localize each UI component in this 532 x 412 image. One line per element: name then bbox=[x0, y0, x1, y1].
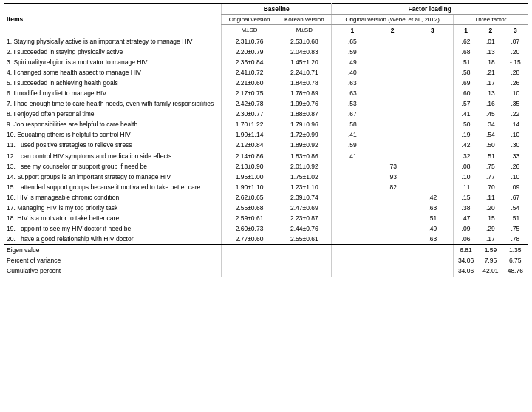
f2-value bbox=[372, 120, 412, 130]
tf2-value: .50 bbox=[478, 141, 502, 151]
three-factor-header: Three factor bbox=[453, 15, 528, 25]
tf2-value: .70 bbox=[478, 182, 502, 192]
f3-value bbox=[412, 120, 453, 130]
tf3-value: .20 bbox=[503, 47, 528, 58]
tf2-value: .01 bbox=[478, 36, 502, 47]
tf3-value: .10 bbox=[503, 130, 528, 141]
kor-value: 1.83±0.86 bbox=[277, 151, 332, 161]
tf2-value: .75 bbox=[478, 161, 502, 172]
tf1-value: .38 bbox=[453, 203, 478, 213]
orig-value: 2.17±0.75 bbox=[221, 89, 277, 99]
orig-value: 2.41±0.72 bbox=[221, 68, 277, 78]
f1-value bbox=[332, 182, 372, 192]
kor-value: 1.84±0.78 bbox=[277, 78, 332, 89]
f2-value: .82 bbox=[372, 182, 412, 192]
footer-tf1: 6.81 bbox=[453, 245, 478, 256]
f1-value: .41 bbox=[332, 151, 372, 161]
item-text: 5. I succeeded in achieving health goals bbox=[4, 78, 221, 89]
f3-value bbox=[412, 172, 453, 182]
tf2-value: .11 bbox=[478, 192, 502, 203]
f1-header: 1 bbox=[332, 25, 372, 36]
f3-value bbox=[412, 151, 453, 161]
tf1-value: .68 bbox=[453, 47, 478, 58]
f2-value bbox=[372, 213, 412, 223]
table-row: 20. I have a good relationship with HIV … bbox=[4, 234, 528, 245]
table-row: 15. I attended support groups because it… bbox=[4, 182, 528, 192]
footer-row: Eigen value 6.81 1.59 1.35 bbox=[4, 245, 528, 256]
tf1-value: .06 bbox=[453, 234, 478, 245]
f3-header: 3 bbox=[412, 25, 453, 36]
tf1-value: .42 bbox=[453, 141, 478, 151]
f1-value: .40 bbox=[332, 68, 372, 78]
tf1-value: .51 bbox=[453, 58, 478, 68]
footer-f3 bbox=[412, 245, 453, 256]
f1-value bbox=[332, 203, 372, 213]
orig-value: 2.30±0.77 bbox=[221, 109, 277, 120]
f1-value: .49 bbox=[332, 58, 372, 68]
item-text: 18. HIV is a motivator to take better ca… bbox=[4, 213, 221, 223]
item-text: 4. I changed some health aspect to manag… bbox=[4, 68, 221, 78]
orig-value: 2.13±0.90 bbox=[221, 161, 277, 172]
tf2-value: .15 bbox=[478, 213, 502, 223]
orig-value: 2.31±0.76 bbox=[221, 36, 277, 47]
orig-value: 2.59±0.61 bbox=[221, 213, 277, 223]
f1-value: .65 bbox=[332, 36, 372, 47]
tf3-value: .30 bbox=[503, 141, 528, 151]
f2-value bbox=[372, 141, 412, 151]
item-text: 8. I enjoyed often personal time bbox=[4, 109, 221, 120]
main-container: Items Baseline Factor loading Original v… bbox=[0, 0, 532, 280]
tf3-value: .75 bbox=[503, 223, 528, 234]
f3-value: .63 bbox=[412, 203, 453, 213]
f1-value: .58 bbox=[332, 120, 372, 130]
f2-value: .93 bbox=[372, 172, 412, 182]
table-row: 9. Job responsibilities are helpful to c… bbox=[4, 120, 528, 130]
table-row: 3. Spirituality/religion is a motivator … bbox=[4, 58, 528, 68]
tf1-header: 1 bbox=[453, 25, 478, 36]
f2-value bbox=[372, 68, 412, 78]
kor-value: 1.99±0.76 bbox=[277, 99, 332, 109]
item-text: 12. I can control HIV symptoms and medic… bbox=[4, 151, 221, 161]
f2-value bbox=[372, 109, 412, 120]
table-row: 18. HIV is a motivator to take better ca… bbox=[4, 213, 528, 223]
tf1-value: .62 bbox=[453, 36, 478, 47]
tf2-value: .29 bbox=[478, 223, 502, 234]
table-row: 17. Managing HIV is my top priority task… bbox=[4, 203, 528, 213]
original-webel-header: Original version (Webel et al., 2012) bbox=[332, 15, 453, 25]
footer-f2 bbox=[372, 245, 412, 256]
orig-value: 2.42±0.78 bbox=[221, 99, 277, 109]
tf1-value: .47 bbox=[453, 213, 478, 223]
item-text: 17. Managing HIV is my top priority task bbox=[4, 203, 221, 213]
header-row-1: Items Baseline Factor loading bbox=[4, 4, 528, 15]
footer-label: Cumulative percent bbox=[4, 266, 221, 277]
kor-value: 1.88±0.87 bbox=[277, 109, 332, 120]
table-row: 14. Support groups is an important strat… bbox=[4, 172, 528, 182]
tf3-value: .35 bbox=[503, 99, 528, 109]
tf1-value: .11 bbox=[453, 182, 478, 192]
f3-value bbox=[412, 68, 453, 78]
footer-tf3: 48.76 bbox=[503, 266, 528, 277]
f2-value bbox=[372, 203, 412, 213]
kor-value: 1.45±1.20 bbox=[277, 58, 332, 68]
tf3-value: .78 bbox=[503, 234, 528, 245]
table-row: 12. I can control HIV symptoms and medic… bbox=[4, 151, 528, 161]
table-row: 2. I succeeded in staying physically act… bbox=[4, 47, 528, 58]
f2-value bbox=[372, 58, 412, 68]
tf1-value: .57 bbox=[453, 99, 478, 109]
footer-tf2: 42.01 bbox=[478, 266, 502, 277]
tf2-value: .51 bbox=[478, 151, 502, 161]
f1-value: .63 bbox=[332, 78, 372, 89]
tf3-value: .07 bbox=[503, 36, 528, 47]
kor-value: 1.72±0.99 bbox=[277, 130, 332, 141]
f3-value bbox=[412, 141, 453, 151]
orig-value: 2.21±0.60 bbox=[221, 78, 277, 89]
tf3-value: .33 bbox=[503, 151, 528, 161]
kor-value: 1.75±1.02 bbox=[277, 172, 332, 182]
tf1-value: .08 bbox=[453, 161, 478, 172]
f2-header: 2 bbox=[372, 25, 412, 36]
footer-row: Cumulative percent 34.06 42.01 48.76 bbox=[4, 266, 528, 277]
kor-value: 2.55±0.61 bbox=[277, 234, 332, 245]
f3-value bbox=[412, 89, 453, 99]
footer-kor bbox=[277, 255, 332, 266]
footer-tf2: 1.59 bbox=[478, 245, 502, 256]
orig-value: 2.62±0.65 bbox=[221, 192, 277, 203]
